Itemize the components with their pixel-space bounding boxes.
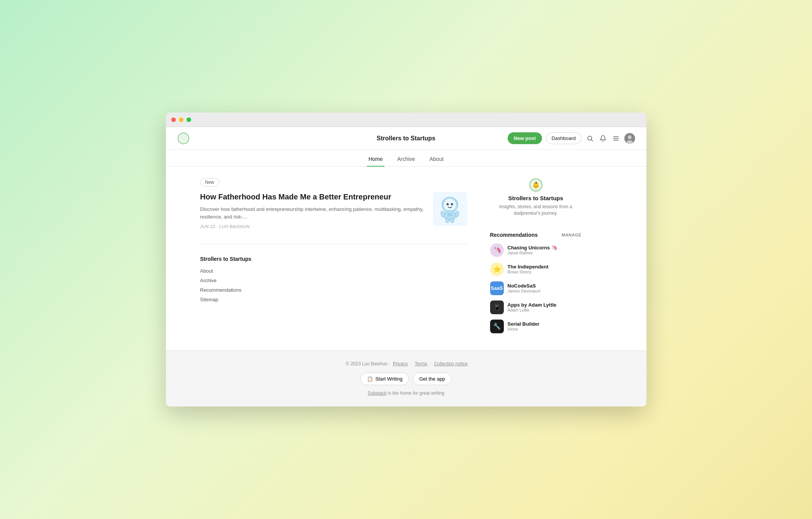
notifications-icon[interactable] <box>598 134 608 143</box>
rec-info-indiependent: The Indiependent Rosie Sherry <box>508 264 582 274</box>
sidebar: 👶 Strollers to Startups Insights, storie… <box>490 178 582 339</box>
rec-name-serial-builder: Serial Builder <box>508 321 582 327</box>
rec-info-apps-adam: Apps by Adam Lyttle Adam Lyttle <box>508 302 582 312</box>
new-post-button[interactable]: New post <box>508 132 542 144</box>
svg-point-15 <box>452 203 453 204</box>
rec-name-chasing-unicorns: Chasing Unicorns 🦄 <box>508 245 582 251</box>
footer-recommendations-link[interactable]: Recommendations <box>200 287 467 293</box>
footer-brand-name: Strollers to Startups <box>200 256 467 262</box>
svg-point-0 <box>178 133 189 144</box>
nav-archive[interactable]: Archive <box>396 152 417 167</box>
rec-author-chasing-unicorns: Jaisal Rathee <box>508 251 582 255</box>
svg-point-12 <box>447 203 449 205</box>
svg-point-14 <box>448 203 449 204</box>
svg-point-17 <box>440 210 445 218</box>
article-card: How Fatherhood Has Made Me a Better Entr… <box>200 192 467 229</box>
article-text: How Fatherhood Has Made Me a Better Entr… <box>200 192 425 229</box>
sidebar-brand-desc: Insights, stories, and lessons from a da… <box>490 204 582 217</box>
site-logo[interactable]: 👶 <box>177 132 190 145</box>
nav-home[interactable]: Home <box>367 152 384 167</box>
nav: Home Archive About <box>166 150 646 167</box>
footer-buttons: 📋 Start Writing Get the app <box>174 373 639 385</box>
svg-point-11 <box>444 199 456 211</box>
mascot-svg <box>436 195 464 223</box>
footer-archive-link[interactable]: Archive <box>200 278 467 283</box>
rec-name-apps-adam: Apps by Adam Lyttle <box>508 302 582 308</box>
rec-item-serial-builder[interactable]: 🔧 Serial Builder Victor <box>490 320 582 333</box>
rec-author-nocodesaas: James Devonport <box>508 289 582 293</box>
search-icon[interactable] <box>585 134 595 143</box>
dashboard-button[interactable]: Dashboard <box>546 132 582 144</box>
logo-icon: 👶 <box>177 132 190 145</box>
privacy-link[interactable]: Privacy <box>393 361 408 366</box>
rec-avatar-indiependent: ⭐ <box>490 262 504 276</box>
sidebar-brand-name: Strollers to Startups <box>508 195 563 201</box>
header-actions: New post Dashboard <box>508 132 635 144</box>
footer-sitemap-link[interactable]: Sitemap <box>200 297 467 302</box>
svg-point-18 <box>455 210 460 218</box>
footer-links: Strollers to Startups About Archive Reco… <box>200 244 467 302</box>
browser-window: 👶 Strollers to Startups New post Dashboa… <box>166 112 646 407</box>
substack-link[interactable]: Substack <box>368 390 386 396</box>
rec-author-indiependent: Rosie Sherry <box>508 270 582 274</box>
rec-avatar-chasing-unicorns: 🦄 <box>490 243 504 257</box>
header: 👶 Strollers to Startups New post Dashboa… <box>166 127 646 150</box>
minimize-button[interactable] <box>179 117 183 122</box>
footer-substack-text: Substack is the home for great writing <box>174 390 639 396</box>
collection-notice-link[interactable]: Collection notice <box>434 361 468 366</box>
rec-info-serial-builder: Serial Builder Victor <box>508 321 582 331</box>
article-title[interactable]: How Fatherhood Has Made Me a Better Entr… <box>200 192 425 202</box>
nav-about[interactable]: About <box>428 152 445 167</box>
svg-point-2 <box>588 136 592 140</box>
footer-copyright: © 2023 Luo Baishun · Privacy · Terms · C… <box>174 361 639 366</box>
svg-point-13 <box>451 203 453 205</box>
svg-line-3 <box>591 140 593 141</box>
article-excerpt: Discover how fatherhood and entrepreneur… <box>200 206 425 220</box>
menu-icon[interactable] <box>611 134 621 143</box>
main-layout: New How Fatherhood Has Made Me a Better … <box>177 167 635 350</box>
rec-item-chasing-unicorns[interactable]: 🦄 Chasing Unicorns 🦄 Jaisal Rathee <box>490 243 582 257</box>
titlebar <box>166 112 646 127</box>
svg-point-19 <box>445 219 449 223</box>
article-meta: JUN 23 · LUO BAISHUN <box>200 224 425 229</box>
new-badge: New <box>200 178 219 186</box>
rec-name-nocodesaas: NoCodeSaS <box>508 283 582 289</box>
rec-avatar-serial-builder: 🔧 <box>490 320 504 333</box>
rec-avatar-nocodesaas: SaaS <box>490 281 504 295</box>
rec-author-serial-builder: Victor <box>508 327 582 331</box>
rec-author-apps-adam: Adam Lyttle <box>508 308 582 312</box>
maximize-button[interactable] <box>187 117 191 122</box>
footer-about-link[interactable]: About <box>200 268 467 274</box>
main-content: New How Fatherhood Has Made Me a Better … <box>200 178 467 306</box>
sidebar-brand: 👶 Strollers to Startups Insights, storie… <box>490 178 582 224</box>
start-writing-button[interactable]: 📋 Start Writing <box>360 373 409 385</box>
header-title: Strollers to Startups <box>377 135 436 142</box>
svg-point-20 <box>450 219 454 223</box>
rec-item-apps-adam[interactable]: 📱 Apps by Adam Lyttle Adam Lyttle <box>490 300 582 314</box>
terms-link[interactable]: Terms <box>415 361 427 366</box>
article-image[interactable] <box>433 192 467 226</box>
content-area: 👶 Strollers to Startups New post Dashboa… <box>166 127 646 407</box>
manage-link[interactable]: MANAGE <box>562 233 582 237</box>
svg-text:👶: 👶 <box>532 182 540 190</box>
svg-rect-21 <box>447 213 452 216</box>
bottom-footer: © 2023 Luo Baishun · Privacy · Terms · C… <box>166 350 646 407</box>
recommendations-title: Recommendations <box>490 232 538 238</box>
rec-avatar-apps-adam: 📱 <box>490 300 504 314</box>
rec-info-chasing-unicorns: Chasing Unicorns 🦄 Jaisal Rathee <box>508 245 582 255</box>
rec-info-nocodesaas: NoCodeSaS James Devonport <box>508 283 582 293</box>
rec-name-indiependent: The Indiependent <box>508 264 582 270</box>
close-button[interactable] <box>171 117 176 122</box>
avatar[interactable] <box>624 133 635 144</box>
get-app-button[interactable]: Get the app <box>413 373 452 385</box>
rec-item-nocodesaas[interactable]: SaaS NoCodeSaS James Devonport <box>490 281 582 295</box>
recommendations-header: Recommendations MANAGE <box>490 232 582 238</box>
svg-point-8 <box>628 135 632 139</box>
sidebar-logo-icon: 👶 <box>529 178 543 192</box>
rec-item-indiependent[interactable]: ⭐ The Indiependent Rosie Sherry <box>490 262 582 276</box>
